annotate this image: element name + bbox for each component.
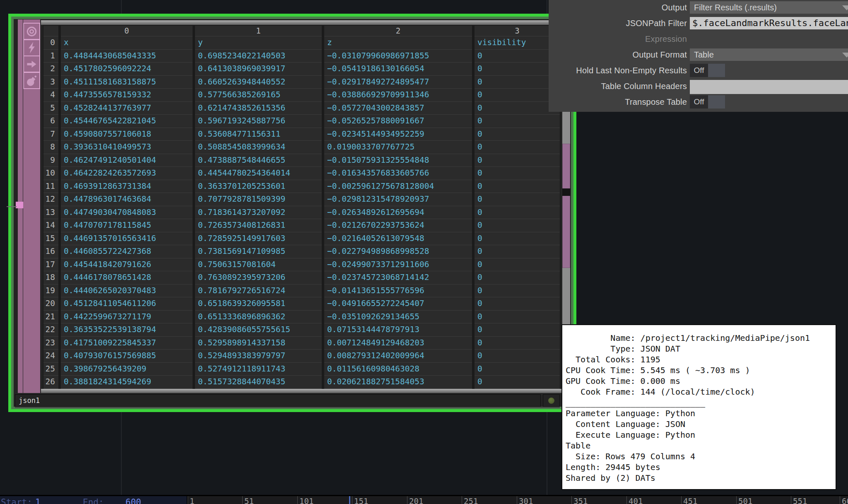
table-cell[interactable]: 0.44406265020370483	[61, 285, 193, 298]
pane-split-handle[interactable]	[16, 202, 23, 208]
table-cell[interactable]: −0.04916655272245407	[324, 297, 472, 311]
table-cell[interactable]: 0	[475, 376, 560, 389]
table-cell[interactable]: 0.4446178078651428	[61, 271, 193, 285]
table-cell[interactable]: 0.36353522539138794	[61, 323, 193, 337]
table-cell[interactable]: 0.6605263948440552	[195, 76, 322, 89]
table-row-number[interactable]: 17	[43, 258, 58, 272]
scrollbar-thumb[interactable]	[562, 144, 570, 268]
table-cell[interactable]: 0.45128411054611206	[61, 297, 193, 311]
param-text-input[interactable]: $.faceLandmarkResults.faceLandmarks	[690, 17, 848, 29]
table-cell[interactable]: 0.4693912863731384	[61, 180, 193, 193]
table-cell[interactable]: 0.44544780254364014	[195, 167, 322, 180]
table-cell[interactable]: 0.07153144478797913	[324, 323, 472, 337]
table-cell[interactable]: 0	[475, 232, 560, 246]
table-cell[interactable]: 0	[475, 128, 560, 141]
table-cell[interactable]: −0.015075931325554848	[324, 154, 472, 167]
table-row-number[interactable]: 12	[43, 193, 58, 206]
table-cell[interactable]: 0	[475, 285, 560, 298]
table-cell[interactable]: 0	[475, 258, 560, 272]
table-horizontal-scrollbar-bottom[interactable]	[41, 389, 573, 393]
table-cell[interactable]: 0	[475, 350, 560, 363]
table-cell[interactable]: −0.029812315478920937	[324, 193, 472, 206]
table-cell[interactable]: 0	[475, 89, 560, 102]
table-cell[interactable]: −0.02634892612695694	[324, 206, 472, 219]
table-row-number[interactable]: 25	[43, 363, 58, 376]
table-cell[interactable]: 0.75063157081604	[195, 258, 322, 272]
table-cell[interactable]: −0.05727043002843857	[324, 102, 472, 115]
table-row-number[interactable]: 8	[43, 141, 58, 154]
table-cell[interactable]: 0.4528244137763977	[61, 102, 193, 115]
table-cell[interactable]: 0.398679256439209	[61, 363, 193, 376]
table-cell[interactable]: 0	[475, 245, 560, 258]
table-cell[interactable]: 0	[475, 193, 560, 206]
table-cell[interactable]: 0.3936310410499573	[61, 141, 193, 154]
table-row-number[interactable]: 2	[43, 63, 58, 76]
table-cell[interactable]: 0.020621882751584053	[324, 376, 472, 389]
table-cell[interactable]: 0.44844430685043335	[61, 50, 193, 63]
table-cell[interactable]: 0	[475, 323, 560, 337]
table-cell[interactable]: 0.6214743852615356	[195, 102, 322, 115]
table-row-number[interactable]: 24	[43, 350, 58, 363]
table-cell[interactable]: 0.46247491240501404	[61, 154, 193, 167]
table-cell[interactable]: 0.7285925149917603	[195, 232, 322, 246]
table-row-number[interactable]: 0	[43, 36, 58, 50]
table-cell[interactable]: 0.44749030470848083	[61, 206, 193, 219]
table-cell[interactable]: 0.6513336896896362	[195, 311, 322, 324]
table-column-header[interactable]: 0	[61, 26, 193, 36]
table-cell[interactable]: x	[61, 36, 193, 50]
table-cell[interactable]: z	[324, 36, 472, 50]
table-cell[interactable]: 0	[475, 63, 560, 76]
table-cell[interactable]: −0.01413651555776596	[324, 285, 472, 298]
table-cell[interactable]: 0	[475, 219, 560, 232]
table-cell[interactable]: 0.4460855722427368	[61, 245, 193, 258]
param-dropdown[interactable]: Table	[690, 48, 848, 61]
table-cell[interactable]: −0.024990733712911606	[324, 258, 472, 272]
table-corner-cell[interactable]	[43, 26, 58, 36]
table-cell[interactable]: 0.45111581683158875	[61, 76, 193, 89]
table-row-number[interactable]: 10	[43, 167, 58, 180]
table-cell[interactable]: 0.008279312402009964	[324, 350, 472, 363]
table-cell[interactable]: 0	[475, 297, 560, 311]
table-cell[interactable]: 0	[475, 141, 560, 154]
table-cell[interactable]: 0.007124849129468203	[324, 337, 472, 350]
table-row-number[interactable]: 7	[43, 128, 58, 141]
table-horizontal-scrollbar[interactable]	[41, 20, 573, 25]
table-cell[interactable]: −0.029178492724895477	[324, 76, 472, 89]
timeline-playhead[interactable]	[349, 496, 350, 504]
table-row-number[interactable]: 18	[43, 271, 58, 285]
table-cell[interactable]: 0.577566385269165	[195, 89, 322, 102]
table-cell[interactable]: −0.016343576833605766	[324, 167, 472, 180]
table-cell[interactable]: 0.4517802596092224	[61, 63, 193, 76]
table-cell[interactable]: 0.4470707178115845	[61, 219, 193, 232]
table-cell[interactable]: 0.6518639326095581	[195, 297, 322, 311]
table-cell[interactable]: 0	[475, 76, 560, 89]
toggle-switch[interactable]	[708, 95, 725, 109]
table-cell[interactable]: visibility	[475, 36, 560, 50]
table-cell[interactable]: 0.01156160980463028	[324, 363, 472, 376]
table-cell[interactable]: 0.45446765422821045	[61, 115, 193, 128]
table-row-number[interactable]: 14	[43, 219, 58, 232]
table-cell[interactable]: 0.4422599673271179	[61, 311, 193, 324]
table-cell[interactable]: −0.05419186130166054	[324, 63, 472, 76]
table-cell[interactable]: 0.7263573408126831	[195, 219, 322, 232]
table-cell[interactable]: 0	[475, 311, 560, 324]
table-column-header[interactable]: 3	[475, 26, 560, 36]
table-cell[interactable]: −0.02164052613079548	[324, 232, 472, 246]
table-cell[interactable]: 0.536084771156311	[195, 128, 322, 141]
table-row-number[interactable]: 5	[43, 102, 58, 115]
table-cell[interactable]: 0.5157328844070435	[195, 376, 322, 389]
toolbar-button-bomb[interactable]	[23, 72, 40, 89]
table-cell[interactable]: −0.02126702293753624	[324, 219, 472, 232]
table-cell[interactable]: 0.3633701205253601	[195, 180, 322, 193]
table-cell[interactable]: 0.41751009225845337	[61, 337, 193, 350]
table-cell[interactable]: 0.3881824314594269	[61, 376, 193, 389]
table-row-number[interactable]: 15	[43, 232, 58, 246]
table-cell[interactable]: 0.4473556578159332	[61, 89, 193, 102]
table-row-number[interactable]: 11	[43, 180, 58, 193]
toolbar-button-target[interactable]	[23, 23, 40, 40]
table-cell[interactable]: −0.0025961275678128004	[324, 180, 472, 193]
table-cell[interactable]: 0.5295898914337158	[195, 337, 322, 350]
table-row-number[interactable]: 13	[43, 206, 58, 219]
table-cell[interactable]: 0.5088545083999634	[195, 141, 322, 154]
table-row-number[interactable]: 26	[43, 376, 58, 389]
